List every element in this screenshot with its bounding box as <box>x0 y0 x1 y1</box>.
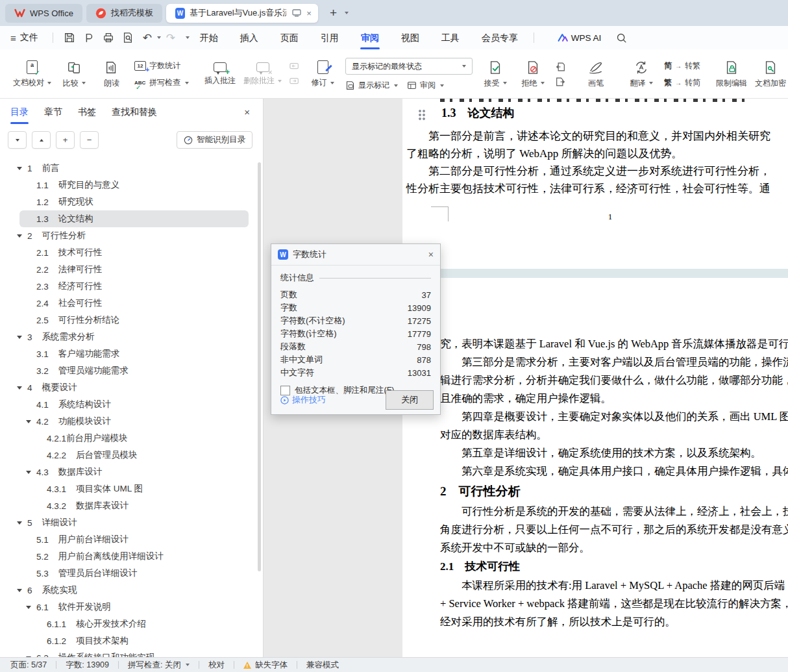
quickbar-chevron-icon[interactable] <box>186 36 190 39</box>
toc-item[interactable]: 6.2操作系统接口和功能实现 <box>0 649 256 657</box>
read-aloud-button[interactable]: 朗读 <box>97 60 127 89</box>
traditional-to-simplified-button[interactable]: 繁 → 转简 <box>664 77 700 88</box>
tab-membership[interactable]: 会员专享 <box>480 27 519 49</box>
toc-item[interactable]: 2.2法律可行性 <box>0 261 256 278</box>
paragraph-drag-handle-icon[interactable] <box>418 109 426 121</box>
search-icon[interactable] <box>611 30 631 45</box>
save-icon[interactable] <box>60 30 79 45</box>
word-count-indicator[interactable]: 字数: 13909 <box>66 660 109 671</box>
compatibility-mode[interactable]: 兼容模式 <box>306 660 339 671</box>
restrict-editing-button[interactable]: 限制编辑 <box>716 60 747 89</box>
expand-triangle-icon[interactable] <box>26 471 31 474</box>
delete-comment-button[interactable]: × 删除批注 <box>243 62 282 86</box>
document-proof-button[interactable]: a ✓ 文档校对 <box>13 60 51 88</box>
close-dialog-icon[interactable]: × <box>428 249 434 260</box>
compare-button[interactable]: 比较 <box>59 60 89 89</box>
expand-triangle-icon[interactable] <box>26 606 31 609</box>
reject-button[interactable]: 拒绝 <box>518 60 548 89</box>
toc-item[interactable]: 5详细设计 <box>0 514 256 531</box>
undo-icon[interactable]: ↶ <box>138 30 157 45</box>
close-button[interactable]: 关闭 <box>386 390 434 410</box>
expand-triangle-icon[interactable] <box>17 336 22 339</box>
toc-item[interactable]: 4.3.2数据库表设计 <box>0 497 256 514</box>
review-pane-button[interactable]: 审阅 <box>407 80 444 91</box>
tab-wps-office[interactable]: WPS Office <box>5 4 82 23</box>
toc-item[interactable]: 5.3管理员后台详细设计 <box>0 565 256 582</box>
page-indicator[interactable]: 页面: 5/37 <box>10 660 47 671</box>
toc-item[interactable]: 2可行性分析 <box>0 227 256 244</box>
wps-ai-button[interactable]: WPS AI <box>558 33 602 43</box>
toc-item[interactable]: 6.1.1核心开发技术介绍 <box>0 616 256 632</box>
tab-view[interactable]: 视图 <box>400 27 421 49</box>
redo-icon[interactable]: ↷ <box>161 30 180 45</box>
next-change-icon[interactable] <box>556 77 565 86</box>
zoom-in-button[interactable]: + <box>56 131 75 149</box>
smart-toc-button[interactable]: 智能识别目录 <box>177 131 252 149</box>
translate-button[interactable]: 翻译 <box>626 60 656 89</box>
dialog-title-bar[interactable]: W 字数统计 × <box>271 244 440 266</box>
file-menu[interactable]: 文件 <box>20 32 38 44</box>
toc-item[interactable]: 3系统需求分析 <box>0 329 256 345</box>
toc-item[interactable]: 6系统实现 <box>0 582 256 599</box>
brush-button[interactable]: 画笔 <box>581 60 611 89</box>
print-preview-icon[interactable] <box>118 30 138 45</box>
previous-comment-icon[interactable] <box>289 62 300 71</box>
expand-triangle-icon[interactable] <box>17 589 22 592</box>
tab-document[interactable]: W 基于Laravel与Vue.js音乐流媒 × <box>166 4 318 23</box>
show-markup-button[interactable]: 显示标记 <box>345 80 398 91</box>
toc-item[interactable]: 5.2用户前台离线使用详细设计 <box>0 548 256 565</box>
toc-item[interactable]: 2.3经济可行性 <box>0 278 256 295</box>
track-changes-button[interactable]: 修订 <box>308 60 338 88</box>
tab-find-replace[interactable]: 查找和替换 <box>112 106 157 124</box>
toc-item[interactable]: 3.2管理员端功能需求 <box>0 362 256 379</box>
sidebar-scrollbar[interactable] <box>258 162 261 571</box>
toc-item-selected[interactable]: 1.3论文结构 <box>19 210 249 227</box>
toc-item[interactable]: 4概要设计 <box>0 379 256 396</box>
toc-item[interactable]: 4.2功能模块设计 <box>0 413 256 430</box>
close-sidebar-icon[interactable]: × <box>244 106 250 118</box>
toc-item[interactable]: 3.1客户端功能需求 <box>0 345 256 362</box>
document-page-bottom[interactable]: 究，表明本课题基于 Laravel 和 Vue.js 的 WebApp 音乐流媒… <box>402 278 788 657</box>
expand-all-button[interactable] <box>8 131 27 149</box>
expand-triangle-icon[interactable] <box>17 167 22 170</box>
toc-item[interactable]: 1.2研究现状 <box>0 193 256 210</box>
toc-item[interactable]: 6.1软件开发说明 <box>0 599 256 616</box>
toc-item[interactable]: 5.1用户前台详细设计 <box>0 531 256 548</box>
expand-triangle-icon[interactable] <box>17 521 22 525</box>
toc-item[interactable]: 4.1系统结构设计 <box>0 396 256 413</box>
spell-check-status[interactable]: 拼写检查: 关闭 <box>128 660 181 671</box>
proofread-status[interactable]: 校对 <box>208 660 225 671</box>
tab-reference[interactable]: 引用 <box>319 27 340 49</box>
tab-contents[interactable]: 目录 <box>10 106 29 124</box>
missing-font-warning[interactable]: 缺失字体 <box>255 660 288 671</box>
encrypt-document-button[interactable]: 文档加密 <box>755 60 786 89</box>
spell-check-button[interactable]: ABC ✓ 拼写检查 <box>134 77 189 88</box>
expand-triangle-icon[interactable] <box>17 386 22 390</box>
tab-home[interactable]: 开始 <box>199 27 219 49</box>
document-page-top[interactable]: 1.3 论文结构 第一部分是前言，讲述本论文的研究目的和意义，并对国内外相关研究… <box>402 99 788 269</box>
tab-list-chevron-icon[interactable] <box>345 12 349 14</box>
expand-triangle-icon[interactable] <box>17 234 22 238</box>
toc-item[interactable]: 4.3数据库设计 <box>0 464 256 480</box>
toc-item[interactable]: 1.1研究目的与意义 <box>0 177 256 193</box>
export-pdf-icon[interactable] <box>79 30 99 45</box>
print-icon[interactable] <box>99 30 118 45</box>
previous-change-icon[interactable] <box>556 62 565 71</box>
toc-item[interactable]: 2.4社会可行性 <box>0 295 256 312</box>
monitor-icon[interactable] <box>292 9 301 17</box>
insert-comment-button[interactable]: + 插入批注 <box>204 62 236 86</box>
toc-item[interactable]: 4.3.1项目实体 UML 图 <box>0 480 256 497</box>
tab-tools[interactable]: 工具 <box>440 27 461 49</box>
zoom-out-button[interactable]: − <box>80 131 99 149</box>
accept-button[interactable]: 接受 <box>480 60 510 89</box>
tab-docer-templates[interactable]: 找稻壳模板 <box>86 4 162 23</box>
tab-chapters[interactable]: 章节 <box>44 106 62 124</box>
next-comment-icon[interactable] <box>289 77 300 86</box>
markup-state-dropdown[interactable]: 显示标记的最终状态 <box>345 58 473 75</box>
tab-insert[interactable]: 插入 <box>239 27 260 49</box>
chevron-down-icon[interactable] <box>186 664 190 666</box>
tab-bookmarks[interactable]: 书签 <box>78 106 96 124</box>
close-tab-icon[interactable]: × <box>305 8 313 18</box>
new-tab-button[interactable]: + <box>330 6 337 20</box>
expand-triangle-icon[interactable] <box>26 420 31 423</box>
